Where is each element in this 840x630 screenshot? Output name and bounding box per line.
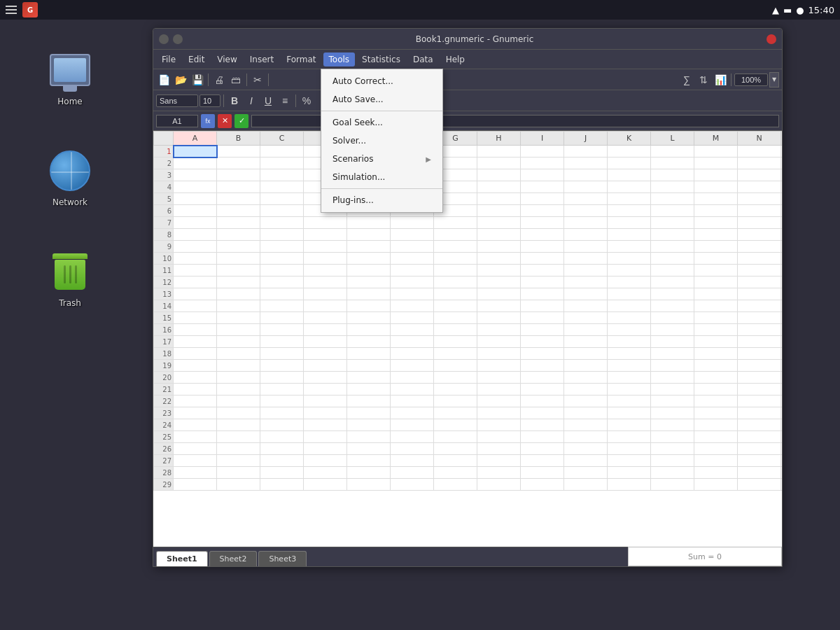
- cell[interactable]: [564, 146, 608, 158]
- cell[interactable]: [781, 205, 783, 217]
- cell[interactable]: [391, 276, 434, 288]
- cell[interactable]: [477, 431, 521, 443]
- cell[interactable]: [391, 443, 434, 455]
- cell[interactable]: [260, 467, 304, 479]
- cell[interactable]: [608, 229, 651, 241]
- cell[interactable]: [347, 479, 391, 491]
- cell[interactable]: [608, 407, 651, 419]
- cell[interactable]: [347, 396, 391, 407]
- cell[interactable]: [694, 479, 738, 491]
- cell[interactable]: [564, 443, 608, 455]
- cell[interactable]: [260, 300, 304, 312]
- cell[interactable]: [391, 336, 434, 348]
- cell[interactable]: [564, 265, 608, 276]
- cell[interactable]: [347, 229, 391, 241]
- cell[interactable]: [521, 372, 564, 384]
- cell[interactable]: [781, 324, 783, 336]
- cell[interactable]: [608, 146, 651, 158]
- cell[interactable]: [694, 288, 738, 300]
- cell[interactable]: [694, 384, 738, 396]
- cell[interactable]: [738, 396, 781, 407]
- cell[interactable]: [521, 193, 564, 205]
- cell[interactable]: [738, 372, 781, 384]
- cell[interactable]: [781, 419, 783, 431]
- cell[interactable]: [174, 146, 217, 158]
- cell[interactable]: [434, 324, 477, 336]
- cell[interactable]: [738, 193, 781, 205]
- cell[interactable]: [694, 158, 738, 169]
- cell[interactable]: [608, 479, 651, 491]
- cell[interactable]: [781, 336, 783, 348]
- cell[interactable]: [391, 348, 434, 360]
- cell[interactable]: [477, 348, 521, 360]
- cell[interactable]: [217, 384, 260, 396]
- cell[interactable]: [347, 455, 391, 467]
- cell[interactable]: [521, 276, 564, 288]
- cell[interactable]: [260, 372, 304, 384]
- cell[interactable]: [694, 396, 738, 407]
- cell[interactable]: [694, 276, 738, 288]
- cell[interactable]: [651, 384, 694, 396]
- cell[interactable]: [260, 241, 304, 253]
- cell[interactable]: [217, 193, 260, 205]
- cell[interactable]: [738, 431, 781, 443]
- cell[interactable]: [738, 336, 781, 348]
- menu-item-scenarios[interactable]: Scenarios ▶: [321, 150, 442, 168]
- cell[interactable]: [217, 467, 260, 479]
- cell[interactable]: [738, 276, 781, 288]
- cell[interactable]: [174, 324, 217, 336]
- cell[interactable]: [347, 217, 391, 229]
- cell[interactable]: [651, 431, 694, 443]
- cell[interactable]: [174, 384, 217, 396]
- cell[interactable]: [260, 348, 304, 360]
- cell[interactable]: [564, 336, 608, 348]
- cell[interactable]: [391, 455, 434, 467]
- cell[interactable]: [260, 312, 304, 324]
- cell[interactable]: [651, 419, 694, 431]
- cell[interactable]: [738, 300, 781, 312]
- menu-tools[interactable]: Tools: [323, 52, 356, 66]
- cell[interactable]: [564, 407, 608, 419]
- cell[interactable]: [260, 431, 304, 443]
- cell[interactable]: [651, 205, 694, 217]
- cell[interactable]: [781, 443, 783, 455]
- cell[interactable]: [477, 419, 521, 431]
- cell[interactable]: [608, 181, 651, 193]
- cell[interactable]: [304, 396, 347, 407]
- cell[interactable]: [781, 217, 783, 229]
- cell[interactable]: [260, 193, 304, 205]
- new-button[interactable]: 📄: [156, 72, 172, 88]
- cell[interactable]: [391, 384, 434, 396]
- cell[interactable]: [174, 169, 217, 181]
- cell[interactable]: [564, 312, 608, 324]
- cell-reference-input[interactable]: [156, 115, 198, 127]
- cell[interactable]: [738, 158, 781, 169]
- cell[interactable]: [608, 241, 651, 253]
- italic-button[interactable]: I: [244, 93, 259, 108]
- cell[interactable]: [304, 288, 347, 300]
- cell[interactable]: [477, 443, 521, 455]
- cell[interactable]: [434, 384, 477, 396]
- cell[interactable]: [347, 312, 391, 324]
- cell[interactable]: [304, 312, 347, 324]
- cell[interactable]: [174, 265, 217, 276]
- cell[interactable]: [347, 384, 391, 396]
- cell[interactable]: [477, 312, 521, 324]
- col-header-j[interactable]: J: [564, 132, 608, 146]
- cell[interactable]: [174, 348, 217, 360]
- cell[interactable]: [651, 193, 694, 205]
- cell[interactable]: [260, 181, 304, 193]
- cell[interactable]: [694, 229, 738, 241]
- cell[interactable]: [781, 384, 783, 396]
- cell[interactable]: [260, 253, 304, 265]
- cell[interactable]: [347, 241, 391, 253]
- cell[interactable]: [304, 407, 347, 419]
- cell[interactable]: [174, 336, 217, 348]
- cell[interactable]: [694, 407, 738, 419]
- cut-button[interactable]: ✂: [250, 72, 265, 88]
- cell[interactable]: [738, 384, 781, 396]
- cell[interactable]: [477, 253, 521, 265]
- cell[interactable]: [391, 407, 434, 419]
- underline-button[interactable]: U: [260, 93, 276, 108]
- menu-item-plugins[interactable]: Plug-ins...: [321, 191, 442, 209]
